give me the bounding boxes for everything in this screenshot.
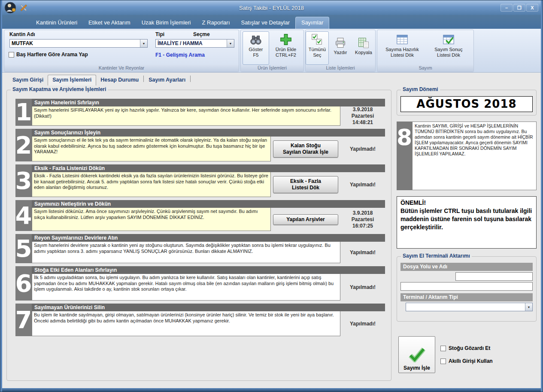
dosya-yolu-label: Dosya Yolu ve Adı bbox=[400, 263, 533, 271]
groupbox-title: Sayım Dönemi bbox=[401, 86, 440, 92]
tab-sayim-girisi[interactable]: Sayım Girişi bbox=[8, 75, 48, 85]
sayima-hazirlik-listesi-button[interactable]: Sayıma Hazırlık Listesi Dök bbox=[379, 31, 425, 65]
chevron-down-icon[interactable]: ▼ bbox=[525, 303, 532, 311]
group-caption-sayim: Sayım bbox=[377, 65, 473, 72]
step-row-1: 1 Sayım Hanelerini Sıfırlayın Sayım hane… bbox=[15, 99, 385, 126]
step-description: Bu işlem ile kantinde sayılmayan, girişi… bbox=[32, 311, 340, 336]
group-caption-kantinler: Kantinler Ve Reyonlar bbox=[4, 65, 239, 72]
window-title: Satış Takibi - EYLÜL 2018 bbox=[2, 5, 541, 11]
el-terminali-groupbox: Sayım El Terminali Aktarımı Dosya Yolu v… bbox=[397, 256, 537, 322]
kantin-adi-label: Kantin Adı bbox=[9, 31, 35, 37]
chevron-down-icon[interactable]: ▼ bbox=[227, 40, 234, 47]
minimize-button[interactable]: – bbox=[501, 4, 513, 12]
step-status: Yapılmadı! bbox=[340, 274, 385, 301]
ribbon-tab-sayimlar[interactable]: Sayımlar bbox=[295, 17, 329, 29]
step-number: 2 bbox=[15, 129, 32, 161]
tab-sayim-ayarlari[interactable]: Sayım Ayarları bbox=[144, 75, 190, 85]
window-bottom-frame bbox=[2, 388, 541, 392]
bas-harf-checkbox-label: Baş Harflere Göre Arama Yap bbox=[16, 52, 88, 58]
tab-sayim-islemleri[interactable]: Sayım İşlemleri bbox=[48, 75, 96, 86]
step-title[interactable]: Stoğa Etki Eden Alanları Sıfırlayın bbox=[32, 266, 385, 274]
bas-harf-checkbox[interactable] bbox=[9, 52, 14, 58]
step-number: 6 bbox=[15, 266, 32, 301]
stogu-gozardi-checkbox[interactable] bbox=[440, 346, 446, 351]
yapilan-arsivler-button[interactable]: Yapılan Arşivler bbox=[273, 214, 338, 225]
ribbon-group-urun-islemleri: Göster F5 Ürün Ekle CTRL+F2 Ürün İşlemle… bbox=[240, 30, 304, 72]
dosya-yolu-input-2[interactable] bbox=[400, 282, 533, 291]
close-button[interactable]: X bbox=[526, 4, 538, 12]
tab-hesap-durumu[interactable]: Hesap Durumu bbox=[96, 75, 143, 85]
important-text: Bütün işlemler CTRL tuşu basılı tutulara… bbox=[400, 207, 533, 231]
tipi-combobox[interactable]: İMALİYE / HAMMA ▼ bbox=[155, 39, 234, 48]
sayim-donemi-value: AĞUSTOS 2018 bbox=[400, 96, 533, 112]
step-number: 8 bbox=[397, 122, 412, 190]
right-panel: Sayım Dönemi AĞUSTOS 2018 8 Kantinin SAY… bbox=[397, 90, 537, 388]
secme-label: Seçme bbox=[193, 31, 210, 37]
ribbon-tab-z-raporlari[interactable]: Z Raporları bbox=[197, 17, 236, 29]
binoculars-icon bbox=[249, 33, 262, 46]
ribbon-tab-uzak-birim-islemleri[interactable]: Uzak Birim İşlemleri bbox=[136, 17, 197, 29]
step-description: Sayım sonuçlarınızı el ile tek tek ya da… bbox=[32, 137, 271, 161]
checkboxes-icon bbox=[311, 33, 324, 46]
step-status: 3.9.2018 Pazartesi 16:07:25 bbox=[340, 208, 385, 231]
step-row-5: 5 Reyon Sayımlarınızı Devirlere Atın Say… bbox=[15, 234, 385, 263]
ribbon-group-kantinler-ve-reyonlar: Kantin Adı Tipi Seçme MUTFAK ▼ İMALİYE /… bbox=[4, 30, 239, 72]
terminal-tipi-combobox[interactable]: ▼ bbox=[406, 303, 533, 311]
yazdir-button[interactable]: Yazdır bbox=[330, 31, 351, 65]
step-title[interactable]: Sayılmayan Ürünlerinizi Silin bbox=[32, 304, 385, 311]
urun-ekle-button[interactable]: Ürün Ekle CTRL+F2 bbox=[270, 31, 302, 65]
sayim-kapatma-groupbox: Sayım Kapatma ve Arşivleme İşlemleri 1 S… bbox=[6, 90, 391, 381]
akilli-giris-checkbox[interactable] bbox=[440, 359, 446, 364]
step-title[interactable]: Eksik - Fazla Listenizi Dökün bbox=[32, 164, 385, 172]
eksik-fazla-listesi-button[interactable]: Eksik - Fazla Listesi Dök bbox=[273, 176, 338, 193]
step-status: Yapılmadı! bbox=[340, 311, 385, 336]
step-title[interactable]: Sayımınızı Netleştirin ve Dökün bbox=[32, 200, 385, 208]
ribbon-tab-kantinin-urunleri[interactable]: Kantinin Ürünleri bbox=[30, 17, 83, 29]
table-check-icon bbox=[442, 33, 455, 46]
sayim-sonuc-listesi-button[interactable]: Sayım Sonuç Listesi Dök bbox=[426, 31, 471, 65]
step-title[interactable]: Sayım Hanelerini Sıfırlayın bbox=[32, 99, 385, 106]
ribbon-tab-satislar-ve-detaylar[interactable]: Satışlar ve Detaylar bbox=[236, 17, 295, 29]
step-number: 3 bbox=[15, 164, 32, 197]
kopyala-button[interactable]: Kopyala bbox=[352, 31, 375, 65]
ribbon-tab-etiket-ve-aktarim[interactable]: Etiket ve Aktarım bbox=[83, 17, 136, 29]
plus-icon bbox=[279, 33, 292, 46]
chevron-down-icon[interactable]: ▼ bbox=[140, 40, 147, 47]
important-title: ÖNEMLİ! bbox=[400, 199, 533, 207]
table-grid-icon bbox=[396, 33, 409, 46]
tipi-label: Tipi bbox=[155, 31, 164, 37]
title-bar: Satış Takibi - EYLÜL 2018 – ❐ X bbox=[2, 0, 541, 15]
dosya-yolu-input-1[interactable] bbox=[455, 272, 533, 281]
groupbox-title: Sayım El Terminali Aktarımı bbox=[401, 253, 472, 259]
kantin-adi-combobox[interactable]: MUTFAK ▼ bbox=[9, 39, 148, 48]
step-title[interactable]: Reyon Sayımlarınızı Devirlere Atın bbox=[32, 234, 385, 242]
step-row-8: 8 Kantinin SAYIMI, GİRİŞİ ve HESAP İŞLEM… bbox=[397, 122, 537, 190]
kalan-stogu-isle-button[interactable]: Kalan Stoğu Sayılan Olarak İşle bbox=[273, 140, 338, 158]
gelismis-arama-link[interactable]: F1 - Gelişmiş Arama bbox=[155, 52, 205, 58]
tumunu-sec-button[interactable]: Tümünü Seç bbox=[306, 31, 329, 65]
goster-button[interactable]: Göster F5 bbox=[243, 31, 269, 65]
tab-separator bbox=[143, 76, 144, 82]
step-row-2: 2 Sayım Sonuçlarınızı İşleyin Sayım sonu… bbox=[15, 129, 385, 161]
stogu-gozardi-label: Stoğu Gözardı Et bbox=[449, 345, 490, 351]
step-description: İlk 5 adımı uyguladıktan sonra, bu işlem… bbox=[32, 274, 340, 301]
step-status: Yapılmadı! bbox=[340, 242, 385, 263]
sayimi-isle-button[interactable]: Sayımı İşle bbox=[398, 336, 435, 373]
group-caption-liste: Liste İşlemleri bbox=[306, 65, 375, 72]
step-row-7: 7 Sayılmayan Ürünlerinizi Silin Bu işlem… bbox=[15, 304, 385, 336]
page-tab-bar: Sayım Girişi Sayım İşlemleri Hesap Durum… bbox=[2, 73, 541, 85]
maximize-button[interactable]: ❐ bbox=[513, 4, 525, 12]
step-description: Sayım hanelerini devirlere yazarak o kan… bbox=[32, 242, 340, 263]
step-number: 1 bbox=[15, 99, 32, 126]
akilli-giris-label: Akıllı Girişi Kullan bbox=[449, 358, 493, 364]
bas-harf-checkbox-row[interactable]: Baş Harflere Göre Arama Yap bbox=[9, 52, 88, 58]
stogu-gozardi-checkbox-row[interactable]: Stoğu Gözardı Et bbox=[440, 345, 493, 351]
akilli-giris-checkbox-row[interactable]: Akıllı Girişi Kullan bbox=[440, 358, 493, 364]
group-caption-urun: Ürün İşlemleri bbox=[241, 65, 303, 72]
step-status: Yapılmadı! bbox=[340, 137, 385, 161]
copy-sheet-icon bbox=[358, 37, 370, 49]
tab-separator bbox=[190, 76, 191, 82]
step-number: 4 bbox=[15, 200, 32, 231]
step-description: Sayım hanelerini SIFIRLAYARAK yeni ay iç… bbox=[32, 106, 340, 126]
step-title[interactable]: Sayım Sonuçlarınızı İşleyin bbox=[32, 129, 385, 137]
